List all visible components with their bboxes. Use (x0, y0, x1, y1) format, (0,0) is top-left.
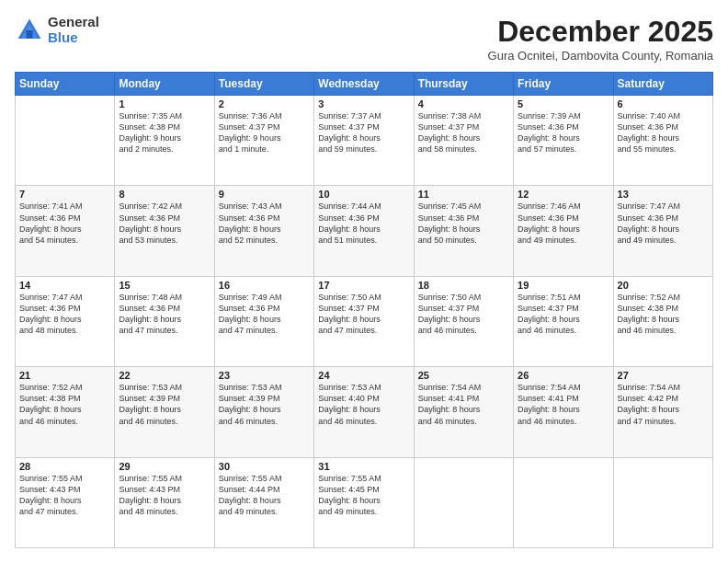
daylight-hours: Daylight: 8 hours (119, 315, 181, 324)
table-row: 12Sunrise: 7:46 AMSunset: 4:36 PMDayligh… (514, 186, 613, 276)
day-info: Sunrise: 7:40 AMSunset: 4:36 PMDaylight:… (618, 110, 709, 155)
table-row: 2Sunrise: 7:36 AMSunset: 4:37 PMDaylight… (214, 96, 313, 186)
day-number: 28 (19, 461, 110, 472)
day-number: 24 (318, 370, 409, 381)
daylight-hours: Daylight: 8 hours (119, 405, 181, 414)
sunrise-text: Sunrise: 7:36 AM (219, 111, 282, 121)
day-number: 22 (119, 370, 210, 381)
sunrise-text: Sunrise: 7:54 AM (518, 383, 581, 392)
day-number: 8 (119, 189, 210, 200)
sunrise-text: Sunrise: 7:41 AM (19, 201, 83, 211)
day-number: 1 (119, 98, 210, 109)
table-row: 26Sunrise: 7:54 AMSunset: 4:41 PMDayligh… (514, 367, 613, 457)
table-row: 31Sunrise: 7:55 AMSunset: 4:45 PMDayligh… (314, 457, 414, 547)
day-info: Sunrise: 7:45 AMSunset: 4:36 PMDaylight:… (418, 201, 509, 246)
sunrise-text: Sunrise: 7:39 AM (518, 111, 581, 121)
sunset-text: Sunset: 4:36 PM (618, 213, 679, 223)
sunrise-text: Sunrise: 7:35 AM (119, 111, 182, 121)
sunrise-text: Sunrise: 7:53 AM (318, 383, 381, 392)
daylight-minutes: and 46 minutes. (518, 326, 576, 335)
daylight-minutes: and 47 minutes. (219, 326, 278, 335)
svg-rect-2 (26, 30, 32, 39)
calendar-table: Sunday Monday Tuesday Wednesday Thursday… (15, 72, 713, 548)
calendar-week-row: 28Sunrise: 7:55 AMSunset: 4:43 PMDayligh… (16, 457, 713, 547)
daylight-minutes: and 47 minutes. (119, 326, 177, 335)
daylight-hours: Daylight: 8 hours (418, 315, 481, 324)
logo-general-text: General (48, 15, 99, 30)
calendar-week-row: 14Sunrise: 7:47 AMSunset: 4:36 PMDayligh… (16, 276, 713, 366)
sunrise-text: Sunrise: 7:40 AM (618, 111, 681, 121)
day-number: 27 (618, 370, 709, 381)
day-info: Sunrise: 7:47 AMSunset: 4:36 PMDaylight:… (618, 201, 709, 246)
sunrise-text: Sunrise: 7:47 AM (19, 293, 83, 302)
daylight-minutes: and 2 minutes. (119, 144, 173, 154)
daylight-hours: Daylight: 8 hours (518, 133, 580, 143)
day-info: Sunrise: 7:55 AMSunset: 4:43 PMDaylight:… (119, 473, 210, 518)
logo: General Blue (15, 15, 99, 45)
daylight-minutes: and 55 minutes. (618, 144, 677, 154)
table-row (414, 457, 513, 547)
sunset-text: Sunset: 4:36 PM (19, 304, 81, 313)
day-info: Sunrise: 7:55 AMSunset: 4:44 PMDaylight:… (219, 473, 310, 518)
sunset-text: Sunset: 4:36 PM (119, 304, 180, 313)
day-info: Sunrise: 7:50 AMSunset: 4:37 PMDaylight:… (418, 292, 509, 337)
daylight-minutes: and 46 minutes. (618, 326, 677, 335)
sunrise-text: Sunrise: 7:47 AM (618, 201, 681, 211)
col-wednesday: Wednesday (314, 73, 414, 96)
daylight-hours: Daylight: 8 hours (219, 496, 281, 505)
daylight-hours: Daylight: 8 hours (318, 315, 381, 324)
table-row: 25Sunrise: 7:54 AMSunset: 4:41 PMDayligh… (414, 367, 513, 457)
table-row: 21Sunrise: 7:52 AMSunset: 4:38 PMDayligh… (16, 367, 115, 457)
col-saturday: Saturday (613, 73, 712, 96)
title-month: December 2025 (488, 15, 713, 49)
sunset-text: Sunset: 4:41 PM (518, 394, 579, 403)
sunset-text: Sunset: 4:44 PM (219, 485, 280, 494)
sunrise-text: Sunrise: 7:49 AM (219, 293, 282, 302)
daylight-hours: Daylight: 8 hours (318, 405, 381, 414)
day-number: 21 (19, 370, 110, 381)
daylight-hours: Daylight: 8 hours (119, 496, 181, 505)
daylight-hours: Daylight: 8 hours (19, 405, 82, 414)
daylight-minutes: and 52 minutes. (219, 236, 278, 245)
day-number: 15 (119, 280, 210, 291)
day-info: Sunrise: 7:53 AMSunset: 4:40 PMDaylight:… (318, 382, 409, 427)
daylight-hours: Daylight: 8 hours (418, 133, 481, 143)
day-number: 23 (219, 370, 310, 381)
sunrise-text: Sunrise: 7:50 AM (318, 293, 381, 302)
table-row (16, 96, 115, 186)
table-row: 15Sunrise: 7:48 AMSunset: 4:36 PMDayligh… (115, 276, 214, 366)
sunset-text: Sunset: 4:42 PM (618, 394, 679, 403)
day-number: 25 (418, 370, 509, 381)
sunset-text: Sunset: 4:41 PM (418, 394, 480, 403)
day-info: Sunrise: 7:51 AMSunset: 4:37 PMDaylight:… (518, 292, 609, 337)
day-number: 30 (219, 461, 310, 472)
table-row (514, 457, 613, 547)
daylight-hours: Daylight: 8 hours (518, 224, 580, 234)
logo-text: General Blue (48, 15, 99, 45)
day-info: Sunrise: 7:55 AMSunset: 4:45 PMDaylight:… (318, 473, 409, 518)
daylight-minutes: and 46 minutes. (318, 417, 377, 426)
daylight-minutes: and 48 minutes. (119, 507, 177, 516)
sunrise-text: Sunrise: 7:55 AM (219, 474, 282, 483)
day-number: 26 (518, 370, 609, 381)
sunset-text: Sunset: 4:38 PM (19, 394, 81, 403)
day-number: 19 (518, 280, 609, 291)
daylight-minutes: and 58 minutes. (418, 144, 477, 154)
day-number: 14 (19, 280, 110, 291)
sunrise-text: Sunrise: 7:48 AM (119, 293, 182, 302)
daylight-hours: Daylight: 8 hours (219, 224, 281, 234)
calendar-week-row: 1Sunrise: 7:35 AMSunset: 4:38 PMDaylight… (16, 96, 713, 186)
calendar-week-row: 7Sunrise: 7:41 AMSunset: 4:36 PMDaylight… (16, 186, 713, 276)
sunset-text: Sunset: 4:37 PM (318, 304, 380, 313)
title-location: Gura Ocnitei, Dambovita County, Romania (488, 49, 713, 63)
daylight-hours: Daylight: 8 hours (318, 496, 381, 505)
daylight-hours: Daylight: 8 hours (318, 133, 381, 143)
day-info: Sunrise: 7:47 AMSunset: 4:36 PMDaylight:… (19, 292, 110, 337)
table-row: 6Sunrise: 7:40 AMSunset: 4:36 PMDaylight… (613, 96, 712, 186)
daylight-hours: Daylight: 8 hours (418, 405, 481, 414)
sunset-text: Sunset: 4:39 PM (119, 394, 180, 403)
table-row: 28Sunrise: 7:55 AMSunset: 4:43 PMDayligh… (16, 457, 115, 547)
day-info: Sunrise: 7:52 AMSunset: 4:38 PMDaylight:… (618, 292, 709, 337)
calendar-week-row: 21Sunrise: 7:52 AMSunset: 4:38 PMDayligh… (16, 367, 713, 457)
sunset-text: Sunset: 4:39 PM (219, 394, 280, 403)
